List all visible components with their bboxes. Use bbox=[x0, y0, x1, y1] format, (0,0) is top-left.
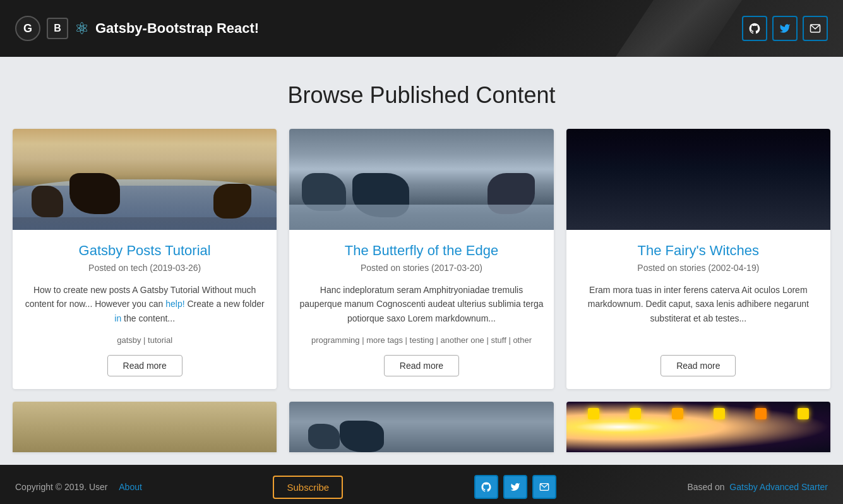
card-4-partial bbox=[13, 402, 277, 452]
card-5-partial bbox=[289, 402, 553, 452]
card-2-body: The Butterfly of the Edge Posted on stor… bbox=[289, 230, 553, 389]
site-footer: Copyright © 2019. User About Subscribe B… bbox=[0, 465, 843, 504]
card-1-image bbox=[13, 129, 277, 230]
ocean-rocks-image-1 bbox=[13, 129, 277, 230]
card-6-partial bbox=[566, 402, 830, 452]
card-2-title: The Butterfly of the Edge bbox=[345, 243, 498, 259]
github-button[interactable] bbox=[742, 16, 767, 41]
site-title: Gatsby-Bootstrap React! bbox=[95, 20, 259, 37]
page-title: Browse Published Content bbox=[13, 82, 830, 109]
footer-email-button[interactable] bbox=[532, 475, 556, 499]
subscribe-button[interactable]: Subscribe bbox=[273, 476, 343, 499]
card-3-date: Posted on stories (2002-04-19) bbox=[637, 263, 759, 273]
logo-b: B bbox=[47, 18, 68, 39]
footer-copyright: Copyright © 2019. User About bbox=[15, 481, 142, 493]
footer-starter-link[interactable]: Gatsby Advanced Starter bbox=[729, 482, 828, 492]
card-1-tags: gatsby | tutorial bbox=[117, 335, 172, 345]
card-3-image bbox=[566, 129, 830, 230]
card-2-excerpt: Hanc indeploratum seram Amphitryoniadae … bbox=[299, 283, 543, 325]
footer-social-icons bbox=[474, 475, 556, 499]
email-icon bbox=[810, 23, 821, 34]
card-2-read-more[interactable]: Read more bbox=[384, 355, 459, 376]
twitter-button[interactable] bbox=[772, 16, 798, 41]
footer-twitter-icon bbox=[510, 482, 520, 492]
footer-subscribe: Subscribe bbox=[273, 476, 343, 499]
footer-email-icon bbox=[539, 482, 549, 492]
card-3-title: The Fairy's Witches bbox=[638, 243, 759, 259]
card-2: The Butterfly of the Edge Posted on stor… bbox=[289, 129, 553, 389]
card-2-date: Posted on stories (2017-03-20) bbox=[361, 263, 482, 273]
card-1: Gatsby Posts Tutorial Posted on tech (20… bbox=[13, 129, 277, 389]
twitter-icon bbox=[779, 23, 791, 34]
card-1-body: Gatsby Posts Tutorial Posted on tech (20… bbox=[13, 230, 277, 389]
react-icon: ⚛ bbox=[75, 19, 89, 39]
main-content: Browse Published Content Gatsby Posts Tu… bbox=[0, 57, 843, 465]
card-1-title: Gatsby Posts Tutorial bbox=[79, 243, 211, 259]
card-3-excerpt: Eram mora tuas in inter ferens caterva A… bbox=[577, 283, 820, 325]
card-3: The Fairy's Witches Posted on stories (2… bbox=[566, 129, 830, 389]
card-2-tags: programming | more tags | testing | anot… bbox=[311, 335, 532, 345]
header-brand: G B ⚛ Gatsby-Bootstrap React! bbox=[15, 16, 259, 41]
footer-twitter-button[interactable] bbox=[503, 475, 527, 499]
card-2-image bbox=[289, 129, 553, 230]
email-button[interactable] bbox=[803, 16, 828, 41]
cards-bottom-row bbox=[13, 402, 830, 452]
footer-github-button[interactable] bbox=[474, 475, 498, 499]
card-3-body: The Fairy's Witches Posted on stories (2… bbox=[566, 230, 830, 389]
footer-about-link[interactable]: About bbox=[119, 482, 142, 492]
header-nav bbox=[742, 16, 828, 41]
footer-credit: Based on Gatsby Advanced Starter bbox=[687, 482, 828, 492]
logo-g: G bbox=[15, 16, 40, 41]
card-1-date: Posted on tech (2019-03-26) bbox=[88, 263, 201, 273]
github-icon bbox=[748, 22, 761, 35]
cards-grid: Gatsby Posts Tutorial Posted on tech (20… bbox=[13, 129, 830, 389]
card-1-read-more[interactable]: Read more bbox=[107, 355, 182, 376]
footer-github-icon bbox=[481, 481, 492, 493]
site-header: G B ⚛ Gatsby-Bootstrap React! bbox=[0, 0, 843, 57]
card-1-excerpt: How to create new posts A Gatsby Tutoria… bbox=[23, 283, 266, 325]
card-3-read-more[interactable]: Read more bbox=[661, 355, 736, 376]
